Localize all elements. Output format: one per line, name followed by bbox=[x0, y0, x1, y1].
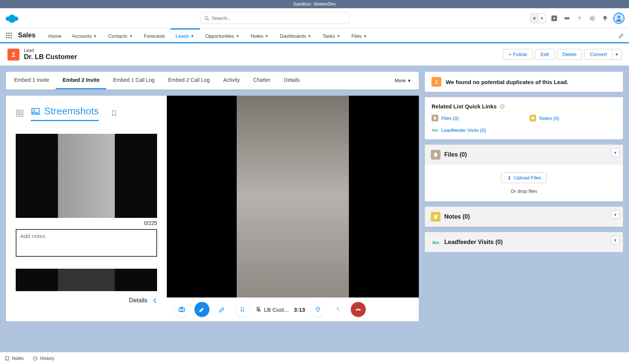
svg-point-14 bbox=[8, 33, 10, 34]
leadfeeder-section: lea Leadfeeder Visits (0) ▾ bbox=[425, 232, 623, 252]
note-icon bbox=[4, 356, 10, 361]
svg-point-37 bbox=[436, 80, 437, 81]
svg-point-15 bbox=[10, 33, 12, 34]
svg-point-4 bbox=[205, 16, 208, 19]
files-section: Files (0) ▾ Upload Files Or drop files bbox=[425, 145, 623, 201]
chevron-down-icon[interactable]: ▾ bbox=[364, 33, 368, 39]
record-header: Lead Dr. LB Customer +Follow Edit Delete… bbox=[0, 43, 629, 66]
svg-point-17 bbox=[8, 35, 10, 36]
edit-nav-icon[interactable] bbox=[619, 33, 625, 38]
sandbox-banner: Sandbox: StreemDev bbox=[0, 0, 629, 8]
info-icon[interactable] bbox=[500, 104, 505, 109]
tab-embed2-calllog[interactable]: Embed 2 Call Log bbox=[162, 72, 217, 89]
convert-button[interactable]: Convert bbox=[584, 49, 613, 60]
nav-contacts[interactable]: Contacts▾ bbox=[103, 28, 138, 42]
svg-point-34 bbox=[317, 308, 318, 309]
mic-disabled-icon[interactable] bbox=[331, 302, 346, 317]
upload-icon bbox=[507, 175, 512, 181]
chevron-down-icon[interactable]: ▾ bbox=[191, 33, 195, 39]
edit-button[interactable]: Edit bbox=[535, 49, 554, 60]
svg-point-22 bbox=[12, 52, 15, 55]
upload-files-button[interactable]: Upload Files bbox=[501, 172, 547, 183]
add-icon[interactable] bbox=[550, 14, 559, 23]
ql-notes[interactable]: Notes (0) bbox=[530, 115, 616, 121]
tab-embed1-calllog[interactable]: Embed 1 Call Log bbox=[106, 72, 161, 89]
chevron-down-icon[interactable]: ▾ bbox=[236, 33, 240, 39]
tab-embed1-invite[interactable]: Embed 1 Invite bbox=[7, 72, 56, 89]
nav-notes[interactable]: Notes▾ bbox=[245, 28, 274, 42]
nav-accounts[interactable]: Accounts▾ bbox=[67, 28, 103, 42]
nav-bar: Sales Home Accounts▾ Contacts▾ Forecasts… bbox=[0, 28, 629, 43]
app-launcher-icon[interactable] bbox=[4, 31, 13, 40]
record-name: Dr. LB Customer bbox=[24, 53, 77, 61]
user-avatar[interactable] bbox=[613, 13, 625, 24]
chevron-down-icon[interactable]: ▾ bbox=[266, 33, 269, 39]
list-view-icon[interactable] bbox=[16, 109, 24, 117]
nav-opportunities[interactable]: Opportunities▾ bbox=[200, 28, 245, 42]
tab-chatter[interactable]: Chatter bbox=[246, 72, 277, 89]
leadfeeder-badge-icon: lea bbox=[432, 127, 438, 133]
record-type: Lead bbox=[24, 48, 77, 53]
tab-embed2-invite[interactable]: Embed 2 Invite bbox=[56, 72, 106, 89]
svg-point-30 bbox=[181, 309, 183, 311]
util-history[interactable]: History bbox=[33, 356, 54, 361]
util-notes[interactable]: Notes bbox=[4, 356, 24, 361]
drop-files-text: Or drop files bbox=[432, 188, 616, 194]
chevron-down-icon[interactable]: ▾ bbox=[538, 14, 546, 23]
details-link[interactable]: Details bbox=[129, 297, 147, 304]
nav-files[interactable]: Files▾ bbox=[346, 28, 373, 42]
screenshot-thumbnail[interactable] bbox=[16, 134, 157, 218]
svg-point-13 bbox=[6, 33, 7, 34]
nav-tasks[interactable]: Tasks▾ bbox=[317, 28, 346, 42]
duplicate-icon bbox=[432, 77, 441, 87]
chevron-left-icon[interactable] bbox=[153, 297, 157, 303]
chevron-down-icon[interactable]: ▾ bbox=[611, 210, 619, 219]
nav-dashboards[interactable]: Dashboards▾ bbox=[274, 28, 317, 42]
tab-details[interactable]: Details bbox=[277, 72, 307, 89]
tab-more[interactable]: More▾ bbox=[388, 73, 417, 89]
pen-draw-icon[interactable] bbox=[194, 302, 209, 317]
chevron-down-icon[interactable]: ▾ bbox=[611, 236, 619, 244]
notes-input[interactable] bbox=[16, 229, 157, 257]
mic-muted-icon bbox=[255, 306, 262, 313]
delete-button[interactable]: Delete bbox=[557, 49, 582, 60]
video-stream bbox=[167, 96, 419, 297]
star-icon[interactable] bbox=[531, 14, 538, 23]
leadfeeder-section-icon: lea bbox=[431, 237, 441, 247]
chevron-down-icon[interactable]: ▾ bbox=[611, 148, 619, 157]
svg-rect-46 bbox=[6, 357, 9, 360]
hangup-icon[interactable] bbox=[351, 302, 366, 317]
nav-leads[interactable]: Leads▾ bbox=[171, 28, 200, 42]
app-name: Sales bbox=[18, 31, 36, 39]
highlighter-icon[interactable] bbox=[215, 302, 230, 317]
nav-forecasts[interactable]: Forecasts bbox=[139, 28, 171, 42]
chevron-down-icon[interactable]: ▾ bbox=[308, 33, 312, 39]
call-duration: 3:13 bbox=[294, 306, 305, 313]
location-pin-icon[interactable] bbox=[310, 302, 325, 317]
bookmark-icon[interactable] bbox=[111, 109, 117, 117]
salesforce-help-icon[interactable] bbox=[562, 14, 571, 23]
bookmark-tool-icon[interactable] bbox=[235, 302, 250, 317]
bell-icon[interactable] bbox=[601, 14, 610, 23]
more-actions-button[interactable]: ▾ bbox=[613, 49, 622, 60]
question-icon[interactable]: ? bbox=[575, 14, 584, 23]
svg-line-5 bbox=[208, 19, 209, 20]
svg-rect-31 bbox=[181, 307, 183, 308]
call-toolbar: LB Cust... 3:13 bbox=[167, 297, 419, 321]
follow-button[interactable]: +Follow bbox=[503, 49, 533, 60]
chevron-down-icon[interactable]: ▾ bbox=[130, 33, 134, 39]
chevron-down-icon[interactable]: ▾ bbox=[337, 33, 341, 39]
ql-leadfeeder[interactable]: lea Leadfeeder Visits (0) bbox=[432, 127, 518, 133]
chevron-down-icon[interactable]: ▾ bbox=[94, 33, 98, 39]
screenshot-thumbnail-2[interactable] bbox=[16, 269, 157, 291]
chevron-down-icon: ▾ bbox=[408, 78, 411, 83]
ql-files[interactable]: Files (0) bbox=[432, 115, 518, 121]
salesforce-logo-icon bbox=[4, 13, 19, 24]
nav-home[interactable]: Home bbox=[43, 28, 67, 42]
tab-activity[interactable]: Activity bbox=[217, 72, 246, 89]
global-search-input[interactable]: Search... bbox=[200, 13, 350, 24]
camera-icon[interactable] bbox=[174, 302, 189, 317]
favorites-split-button[interactable]: ▾ bbox=[530, 13, 546, 23]
lead-icon bbox=[7, 49, 19, 61]
gear-icon[interactable] bbox=[588, 14, 597, 23]
